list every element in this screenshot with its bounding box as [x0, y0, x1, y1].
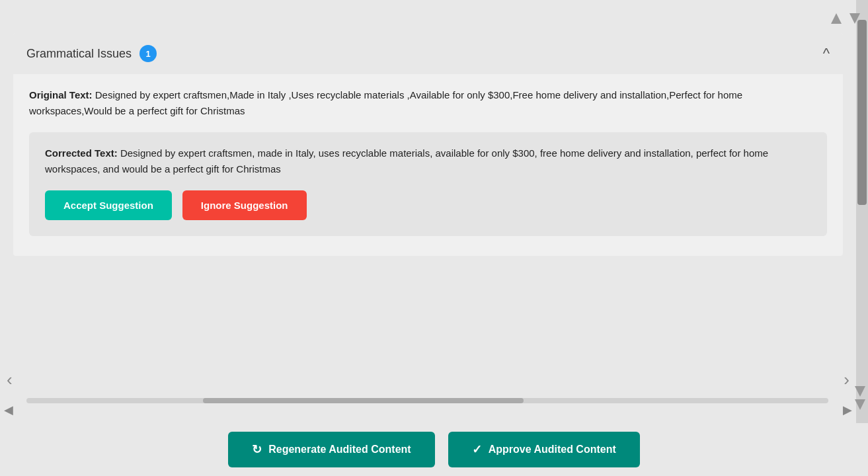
original-text: Designed by expert craftsmen,Made in Ita…	[29, 89, 742, 116]
right-down-arrow2[interactable]	[855, 399, 865, 410]
scrollbar-thumb[interactable]	[857, 20, 867, 205]
original-text-block: Original Text: Designed by expert crafts…	[29, 87, 827, 119]
issues-badge: 1	[139, 45, 157, 62]
corrected-block: Corrected Text: Designed by expert craft…	[29, 132, 827, 236]
h-scroll-left-button[interactable]: ◀	[4, 403, 13, 417]
scroll-down-arrow[interactable]	[849, 13, 860, 24]
h-scroll-arrows-row: ◀ ▶	[0, 402, 856, 418]
regenerate-icon: ↻	[252, 442, 262, 457]
prev-nav-button[interactable]: ‹	[7, 370, 13, 390]
approve-label: Approve Audited Content	[489, 444, 616, 456]
right-down-arrow[interactable]	[855, 386, 865, 397]
bottom-actions: ↻ Regenerate Audited Content ✓ Approve A…	[0, 423, 868, 476]
approve-icon: ✓	[472, 442, 482, 457]
suggestion-buttons: Accept Suggestion Ignore Suggestion	[45, 190, 811, 220]
h-scroll-right-button[interactable]: ▶	[843, 403, 852, 417]
scroll-up-arrow[interactable]	[831, 13, 842, 24]
right-bottom-arrows	[855, 386, 865, 410]
corrected-label: Corrected Text:	[45, 147, 118, 159]
issues-title-group: Grammatical Issues 1	[26, 45, 157, 62]
original-label: Original Text:	[29, 89, 93, 100]
next-nav-button[interactable]: ›	[844, 370, 849, 390]
regenerate-button[interactable]: ↻ Regenerate Audited Content	[228, 432, 434, 467]
issues-body: Original Text: Designed by expert crafts…	[13, 74, 843, 256]
corrected-text: Designed by expert craftsmen, made in It…	[45, 147, 768, 175]
collapse-button[interactable]: ^	[823, 45, 830, 62]
issues-header: Grammatical Issues 1 ^	[13, 33, 843, 74]
top-scroll-arrows	[831, 13, 860, 24]
approve-button[interactable]: ✓ Approve Audited Content	[448, 432, 640, 467]
corrected-text-block: Corrected Text: Designed by expert craft…	[45, 145, 811, 177]
vertical-scrollbar[interactable]	[856, 0, 868, 423]
nav-row: ‹ ›	[0, 368, 856, 391]
ignore-suggestion-button[interactable]: Ignore Suggestion	[182, 190, 307, 220]
main-container: Grammatical Issues 1 ^ Original Text: De…	[0, 0, 868, 476]
regenerate-label: Regenerate Audited Content	[268, 444, 411, 456]
accept-suggestion-button[interactable]: Accept Suggestion	[45, 190, 172, 220]
issues-title: Grammatical Issues	[26, 47, 132, 61]
content-area: Grammatical Issues 1 ^ Original Text: De…	[0, 0, 856, 423]
grammatical-issues-section: Grammatical Issues 1 ^ Original Text: De…	[13, 33, 843, 256]
